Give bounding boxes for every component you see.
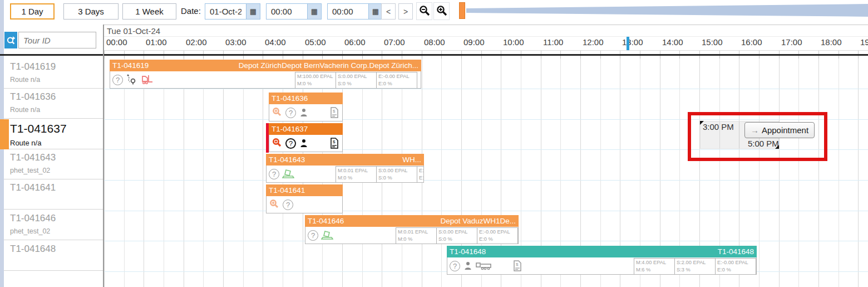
bar-title: T1-041641 bbox=[269, 186, 305, 194]
hour-label: 00:00 bbox=[106, 37, 127, 47]
bar-title: T1-041646 bbox=[308, 217, 344, 225]
time-from-picker-button[interactable]: ▦ bbox=[307, 4, 321, 19]
zoom-in-button[interactable] bbox=[433, 2, 450, 20]
tour-row-t1-041648[interactable]: T1-041648 bbox=[4, 241, 103, 271]
timeline-zoom-slider-handle[interactable] bbox=[459, 2, 465, 19]
date-label: Date: bbox=[181, 6, 201, 16]
hour-label: 11:00 bbox=[543, 37, 563, 47]
date-input[interactable] bbox=[205, 4, 246, 19]
capacity-box-m: M:0.01 EPALM:0 % bbox=[396, 227, 437, 244]
zoom-plus-icon bbox=[269, 199, 280, 210]
help-icon: ? bbox=[112, 75, 123, 85]
capacity-box-e: E:-0.00 EPALE:0 % bbox=[477, 227, 518, 244]
gantt-bar-t1-041643[interactable]: T1-041643WH... ? M:0.01 EPALM:0 % S:0.00… bbox=[266, 154, 424, 183]
svg-text:$: $ bbox=[516, 262, 519, 267]
clock-grid-icon: ▦ bbox=[372, 7, 379, 16]
person-icon bbox=[299, 108, 309, 118]
bar-stops-label: WH... bbox=[402, 155, 421, 164]
view-1week-button[interactable]: 1 Week bbox=[122, 3, 176, 20]
hour-label: 01:00 bbox=[146, 37, 167, 47]
gantt-bar-t1-041641[interactable]: T1-041641 ? bbox=[266, 184, 343, 214]
zoom-plus-icon bbox=[272, 107, 283, 118]
tour-id-search-input[interactable] bbox=[18, 32, 96, 48]
zoom-out-button[interactable] bbox=[416, 2, 432, 20]
hour-label: 03:00 bbox=[225, 37, 246, 47]
bar-title-right: T1-041648 bbox=[718, 247, 754, 256]
header-divider bbox=[104, 36, 868, 37]
capacity-box-s: S:0.00 EPALS:0 % bbox=[336, 72, 377, 89]
tour-list-sidebar: T1-041619Route n/a T1-041636Route n/a T1… bbox=[4, 56, 103, 287]
tour-row-t1-041641[interactable]: T1-041641 bbox=[4, 179, 103, 210]
hour-label: 18:00 bbox=[821, 37, 842, 47]
view-3days-button[interactable]: 3 Days bbox=[63, 3, 119, 20]
capacity-box-s: S:2.00 EPALS:3 % bbox=[674, 258, 716, 275]
pallet-icon bbox=[321, 230, 333, 241]
route-icon bbox=[126, 74, 138, 86]
forklift-icon bbox=[141, 74, 155, 85]
bar-title: T1-041648 bbox=[450, 247, 486, 256]
tour-id: T1-041641 bbox=[10, 182, 56, 193]
magnifier-plus-icon bbox=[436, 5, 448, 17]
bar-title: T1-041619 bbox=[112, 61, 149, 70]
gantt-bar-t1-041636[interactable]: T1-041636 ? $ bbox=[269, 93, 343, 122]
hour-label: 19:00 bbox=[860, 37, 868, 47]
gantt-chart-area[interactable]: T1-041619Depot ZürichDepot BernVacherin … bbox=[104, 56, 868, 287]
row-separator bbox=[104, 119, 868, 120]
date-picker-button[interactable]: ▦ bbox=[246, 4, 260, 19]
calendar-icon: ▦ bbox=[250, 7, 257, 16]
gantt-bar-t1-041646[interactable]: T1-041646Depot VaduzWH1De... ? M:0.01 EP… bbox=[305, 215, 519, 245]
zoom-plus-icon bbox=[272, 138, 283, 149]
help-icon: ? bbox=[450, 261, 460, 271]
time-from-group: ▦ bbox=[266, 3, 322, 20]
hour-label: 17:00 bbox=[781, 37, 802, 47]
chart-tick-strip bbox=[104, 56, 868, 59]
capacity-boxes: M:0.01 EPALM:0 % S:0.00 EPALS:0 % E:-0.0… bbox=[336, 166, 424, 182]
svg-text:$: $ bbox=[333, 139, 336, 144]
tour-row-t1-041643[interactable]: T1-041643phet_test_02 bbox=[4, 149, 103, 179]
toolbar: 1 Day 3 Days 1 Week Date: ▦ ▦ ▦ < > bbox=[4, 0, 868, 25]
search-button[interactable] bbox=[4, 32, 17, 48]
time-to-picker-button[interactable]: ▦ bbox=[368, 4, 382, 19]
timeline-date-header: Tue 01-Oct-24 bbox=[107, 26, 160, 36]
hour-label: 10:00 bbox=[503, 37, 524, 47]
next-button[interactable]: > bbox=[398, 3, 413, 20]
tour-id: T1-041648 bbox=[10, 244, 56, 255]
timeline-header: Tue 01-Oct-24 00:00 01:00 02:00 03:00 04… bbox=[104, 25, 868, 55]
tour-id: T1-041646 bbox=[10, 213, 56, 224]
time-from-input[interactable] bbox=[267, 4, 307, 19]
tour-row-t1-041637[interactable]: T1-041637Route n/a bbox=[4, 119, 103, 149]
appointment-button[interactable]: → Appointment bbox=[744, 122, 815, 138]
hour-label: 05:00 bbox=[305, 37, 326, 47]
pallet-icon bbox=[282, 168, 294, 179]
capacity-box-e: E:-0.00 EPALE:0 % bbox=[715, 258, 756, 275]
invoice-icon: $ bbox=[330, 107, 339, 118]
magnifier-minus-icon bbox=[418, 5, 431, 17]
help-icon: ? bbox=[269, 169, 279, 179]
tour-route: Route n/a bbox=[10, 76, 40, 84]
prev-button[interactable]: < bbox=[381, 3, 396, 20]
time-to-input[interactable] bbox=[328, 4, 368, 19]
view-1day-button[interactable]: 1 Day bbox=[10, 3, 55, 20]
bar-title: T1-041637 bbox=[272, 125, 308, 133]
tour-row-t1-041619[interactable]: T1-041619Route n/a bbox=[4, 59, 103, 89]
row-separator bbox=[104, 211, 868, 211]
search-icon bbox=[6, 35, 16, 45]
row-separator bbox=[104, 180, 868, 181]
hour-label: 06:00 bbox=[344, 37, 366, 47]
tour-id: T1-041636 bbox=[10, 91, 56, 103]
timeline-zoom-slider-track[interactable] bbox=[466, 2, 868, 21]
gantt-bar-t1-041648[interactable]: T1-041648T1-041648 ? $ M:4.00 EPALM:6 % … bbox=[447, 246, 757, 275]
gantt-bar-t1-041619[interactable]: T1-041619Depot ZürichDepot BernVacherin … bbox=[110, 60, 421, 89]
tour-row-t1-041636[interactable]: T1-041636Route n/a bbox=[4, 89, 103, 119]
appointment-end-time: 5:00 PM bbox=[748, 139, 779, 148]
tour-route: Route n/a bbox=[10, 106, 40, 114]
tour-id: T1-041643 bbox=[10, 152, 56, 163]
tour-id: T1-041637 bbox=[10, 122, 67, 135]
hour-label: 15:00 bbox=[702, 37, 723, 47]
tour-id: T1-041619 bbox=[10, 61, 56, 72]
capacity-boxes: M:0.01 EPALM:0 % S:0.00 EPALS:0 % E:-0.0… bbox=[396, 227, 517, 244]
tour-row-t1-041646[interactable]: T1-041646phet_test_02 bbox=[4, 210, 103, 240]
capacity-boxes: M:4.00 EPALM:6 % S:2.00 EPALS:3 % E:-0.0… bbox=[634, 258, 755, 274]
gantt-bar-t1-041637[interactable]: T1-041637 ? $ bbox=[266, 123, 343, 153]
capacity-box-e: E:-0.00 EPALE:0 % bbox=[417, 166, 424, 183]
